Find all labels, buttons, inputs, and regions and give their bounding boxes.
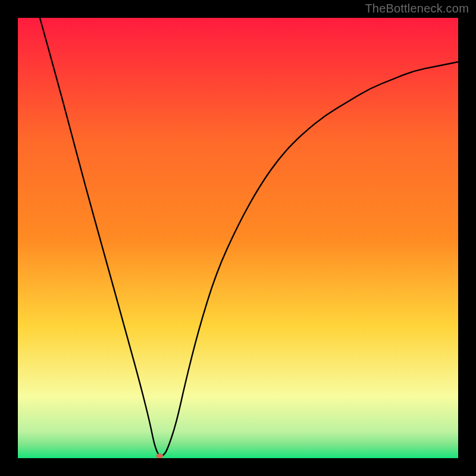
minimum-marker [156,453,163,458]
plot-svg [18,18,458,458]
chart-frame: TheBottleneck.com [0,0,476,476]
watermark-text: TheBottleneck.com [365,2,469,15]
gradient-background [18,18,458,458]
plot-area [18,18,458,458]
